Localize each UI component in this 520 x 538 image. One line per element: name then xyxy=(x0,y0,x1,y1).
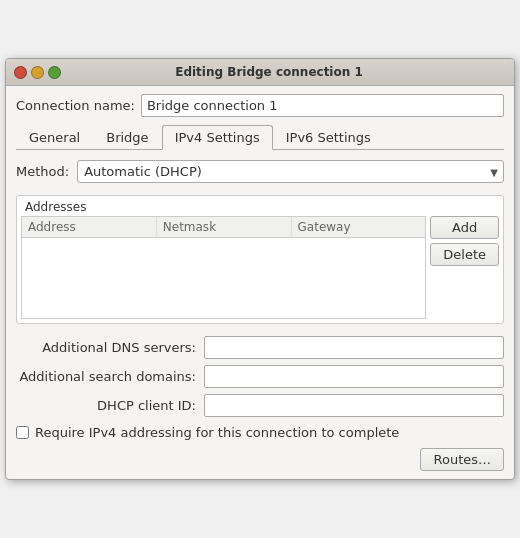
method-row: Method: Automatic (DHCP) Manual Link-Loc… xyxy=(16,160,504,183)
connection-name-row: Connection name: xyxy=(16,94,504,117)
dhcp-client-id-input[interactable] xyxy=(204,394,504,417)
window-content: Connection name: General Bridge IPv4 Set… xyxy=(6,86,514,479)
method-label: Method: xyxy=(16,164,69,179)
dhcp-client-id-label: DHCP client ID: xyxy=(16,398,196,413)
connection-name-input[interactable] xyxy=(141,94,504,117)
addresses-table-container: Address Netmask Gateway Add Delete xyxy=(17,216,503,323)
method-select[interactable]: Automatic (DHCP) Manual Link-Local Only … xyxy=(77,160,504,183)
addresses-table-body xyxy=(22,238,425,318)
require-ipv4-checkbox[interactable] xyxy=(16,426,29,439)
require-ipv4-label: Require IPv4 addressing for this connect… xyxy=(35,425,399,440)
search-domains-row: Additional search domains: xyxy=(16,365,504,388)
addresses-section: Addresses Address Netmask Gateway Add De… xyxy=(16,195,504,324)
close-button[interactable] xyxy=(14,66,27,79)
dhcp-client-id-row: DHCP client ID: xyxy=(16,394,504,417)
addresses-table: Address Netmask Gateway xyxy=(21,216,426,319)
require-ipv4-row: Require IPv4 addressing for this connect… xyxy=(16,425,504,440)
dns-servers-label: Additional DNS servers: xyxy=(16,340,196,355)
connection-name-label: Connection name: xyxy=(16,98,135,113)
maximize-button[interactable] xyxy=(48,66,61,79)
method-select-container: Automatic (DHCP) Manual Link-Local Only … xyxy=(77,160,504,183)
tab-general[interactable]: General xyxy=(16,125,93,150)
add-address-button[interactable]: Add xyxy=(430,216,499,239)
tab-bridge[interactable]: Bridge xyxy=(93,125,161,150)
bottom-row: Routes… xyxy=(16,448,504,471)
addresses-label: Addresses xyxy=(17,196,503,216)
table-buttons: Add Delete xyxy=(430,216,499,319)
table-header: Address Netmask Gateway xyxy=(22,217,425,238)
search-domains-input[interactable] xyxy=(204,365,504,388)
tab-ipv4-settings[interactable]: IPv4 Settings xyxy=(162,125,273,150)
main-window: Editing Bridge connection 1 Connection n… xyxy=(5,58,515,480)
window-controls xyxy=(14,66,61,79)
netmask-column-header: Netmask xyxy=(157,217,292,237)
dns-servers-input[interactable] xyxy=(204,336,504,359)
search-domains-label: Additional search domains: xyxy=(16,369,196,384)
gateway-column-header: Gateway xyxy=(292,217,426,237)
address-column-header: Address xyxy=(22,217,157,237)
routes-button[interactable]: Routes… xyxy=(420,448,504,471)
dns-servers-row: Additional DNS servers: xyxy=(16,336,504,359)
tab-ipv6-settings[interactable]: IPv6 Settings xyxy=(273,125,384,150)
tabs-bar: General Bridge IPv4 Settings IPv6 Settin… xyxy=(16,125,504,150)
titlebar: Editing Bridge connection 1 xyxy=(6,59,514,86)
minimize-button[interactable] xyxy=(31,66,44,79)
window-title: Editing Bridge connection 1 xyxy=(67,65,471,79)
delete-address-button[interactable]: Delete xyxy=(430,243,499,266)
